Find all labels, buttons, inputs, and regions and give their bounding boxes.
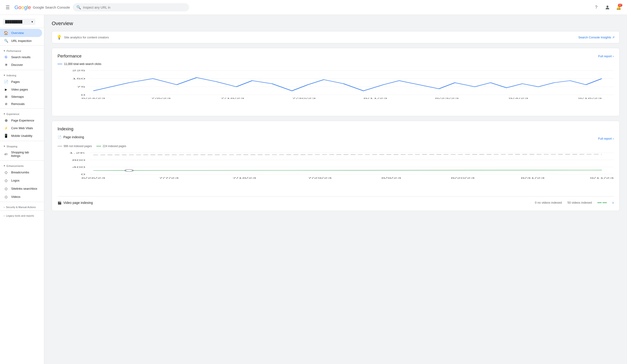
svg-text:7/30/23: 7/30/23	[292, 97, 315, 99]
sitemaps-icon: ⊞	[4, 95, 8, 98]
not-indexed-label: 986 not indexed pages	[64, 144, 92, 148]
sitelinks-icon: ◇	[4, 186, 8, 191]
google-g-icon: G	[4, 55, 8, 59]
sidebar-divider-indexing	[0, 70, 44, 70]
video-icon: 🎬	[57, 201, 61, 205]
svg-text:7/29/23: 7/29/23	[308, 177, 332, 179]
notification-button[interactable]: 🔔 07	[614, 3, 623, 12]
not-indexed-dash	[57, 146, 62, 146]
section-label-indexing[interactable]: ▾ Indexing	[0, 71, 44, 78]
sidebar-item-core-web-vitals[interactable]: ⚡ Core Web Vitals	[0, 125, 42, 132]
sidebar-item-sitelinks-searchbox[interactable]: ◇ Sitelinks searchbox	[0, 184, 42, 193]
indexed-label: 224 indexed pages	[103, 144, 126, 148]
index-legend: 986 not indexed pages 224 indexed pages	[57, 144, 614, 148]
collapse-icon: ▾	[4, 145, 5, 148]
layout: ████████ ▾ 🏠 Overview 🔍 URL inspection ▾…	[0, 15, 627, 364]
svg-text:9/4/23: 9/4/23	[509, 97, 528, 99]
svg-text:6/24/23: 6/24/23	[81, 97, 105, 99]
home-icon: 🏠	[4, 31, 8, 35]
logo-area: Google Google Search Console	[14, 4, 70, 10]
indexing-full-report-link[interactable]: Full report ›	[598, 137, 614, 140]
svg-text:8/9/23: 8/9/23	[381, 177, 401, 179]
sidebar-item-sitemaps[interactable]: ⊞ Sitemaps	[0, 93, 42, 100]
section-label-performance[interactable]: ▾ Performance	[0, 46, 44, 53]
svg-text:0: 0	[81, 173, 85, 176]
indexing-chart: 1.2K 800 400 0 6/26/23 7/7/23 7/18/23	[57, 151, 614, 192]
sidebar-item-url-inspection[interactable]: 🔍 URL inspection	[0, 37, 42, 45]
sidebar-divider-legacy	[0, 210, 44, 211]
info-banner: 💡 Site analytics for content creators Se…	[52, 31, 620, 43]
indexing-card-header: Indexing	[57, 127, 614, 132]
sidebar-item-label: Video pages	[11, 88, 28, 91]
page-experience-icon: ⊕	[4, 118, 8, 123]
section-label-shopping[interactable]: ▾ Shopping	[0, 142, 44, 149]
dropdown-arrow-icon: ▾	[31, 20, 33, 24]
svg-text:9/16/23: 9/16/23	[578, 97, 602, 99]
section-label-security[interactable]: › Security & Manual Actions	[0, 203, 44, 209]
svg-text:8/20/23: 8/20/23	[451, 177, 475, 179]
svg-text:150: 150	[72, 78, 86, 80]
sidebar-item-search-results[interactable]: G Search results	[0, 53, 42, 61]
svg-text:8/31/23: 8/31/23	[521, 177, 545, 179]
sidebar-divider	[0, 28, 44, 28]
sidebar-item-discover[interactable]: ✳ Discover	[0, 61, 42, 69]
section-label-enhancements[interactable]: ▾ Enhancements	[0, 162, 44, 168]
sidebar-item-label: Removals	[11, 102, 25, 106]
app-name: Google Search Console	[33, 5, 70, 9]
section-label-legacy[interactable]: › Legacy tools and reports	[0, 212, 44, 218]
sidebar-item-overview[interactable]: 🏠 Overview	[0, 29, 42, 37]
svg-text:800: 800	[72, 159, 85, 161]
sidebar-item-video-pages[interactable]: ▶ Video pages	[0, 86, 42, 93]
svg-point-27	[125, 169, 133, 172]
topbar: ☰ Google Google Search Console 🔍 ? 🔔 07	[0, 0, 627, 15]
core-web-vitals-icon: ⚡	[4, 126, 8, 130]
lightbulb-icon: 💡	[56, 35, 62, 40]
sidebar-item-shopping-tab[interactable]: 🏷 Shopping tab listings	[0, 149, 42, 159]
performance-legend-line	[57, 64, 62, 64]
sidebar-item-breadcrumbs[interactable]: ◇ Breadcrumbs	[0, 168, 42, 177]
sidebar-divider-shopping	[0, 141, 44, 141]
search-console-insights-link[interactable]: Search Console Insights ↗	[578, 36, 615, 39]
indexed-dash	[97, 146, 101, 146]
video-indexing-row: 🎬 Video page indexing 0 no videos indexe…	[57, 196, 614, 205]
sidebar-item-label: URL inspection	[11, 39, 32, 43]
account-button[interactable]	[603, 3, 612, 12]
help-button[interactable]: ?	[592, 3, 601, 12]
hamburger-icon[interactable]: ☰	[4, 3, 12, 12]
sidebar-item-removals[interactable]: ⊘ Removals	[0, 100, 42, 107]
sidebar-item-label: Breadcrumbs	[11, 171, 29, 174]
svg-text:7/6/23: 7/6/23	[151, 97, 171, 99]
sidebar-item-label: Sitemaps	[11, 95, 24, 98]
sidebar-item-label: Shopping tab listings	[11, 151, 38, 158]
performance-full-report-link[interactable]: Full report ›	[598, 54, 614, 58]
video-row-chevron[interactable]: ›	[612, 200, 614, 205]
svg-point-0	[607, 5, 608, 7]
sidebar-item-pages[interactable]: 📄 Pages	[0, 78, 42, 86]
performance-card-header: Performance Full report ›	[57, 54, 614, 59]
property-selector[interactable]: ████████ ▾	[3, 19, 35, 25]
page-indexing-subsection: 📄 Page indexing Full report › 986 not in…	[57, 135, 614, 192]
videos-indexed-text: 50 videos indexed	[567, 201, 592, 204]
section-label-experience[interactable]: ▾ Experience	[0, 110, 44, 116]
collapse-icon: ▾	[4, 112, 5, 115]
sidebar-item-label: Search results	[11, 55, 31, 59]
sidebar-item-label: Videos	[11, 195, 20, 198]
search-input[interactable]	[83, 5, 185, 9]
sidebar-item-logos[interactable]: ◇ Logos	[0, 177, 42, 184]
sidebar-item-page-experience[interactable]: ⊕ Page Experience	[0, 116, 42, 125]
svg-text:7/7/23: 7/7/23	[159, 177, 179, 179]
info-banner-left: 💡 Site analytics for content creators	[56, 35, 109, 40]
svg-text:75: 75	[76, 86, 85, 88]
sidebar-item-mobile-usability[interactable]: 📱 Mobile Usability	[0, 132, 42, 140]
discover-icon: ✳	[4, 63, 8, 67]
sidebar-divider-experience	[0, 108, 44, 109]
collapse-icon: ▾	[4, 74, 5, 77]
collapse-icon: ▾	[4, 164, 5, 167]
search-bar[interactable]: 🔍	[73, 3, 189, 11]
not-indexed-legend: 986 not indexed pages	[57, 144, 92, 148]
page-icon: 📄	[57, 135, 61, 139]
sidebar-item-videos[interactable]: ◇ Videos	[0, 193, 42, 201]
svg-line-25	[93, 154, 602, 155]
shopping-icon: 🏷	[4, 152, 8, 156]
videos-icon: ◇	[4, 195, 8, 199]
